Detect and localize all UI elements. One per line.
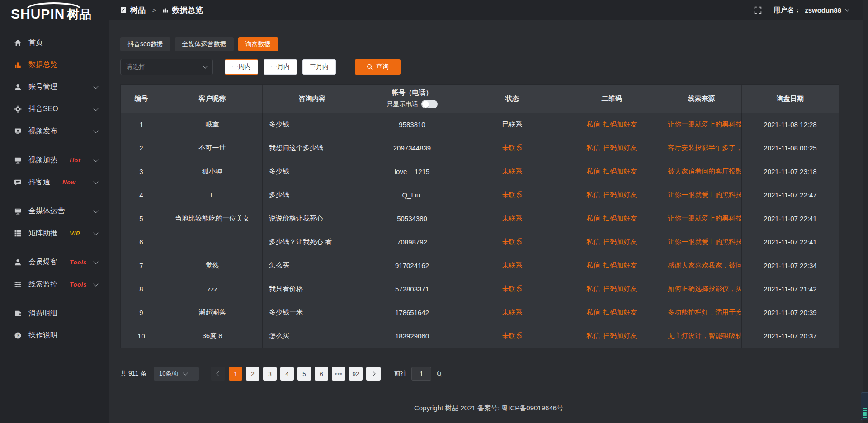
page-button[interactable]: •••	[332, 367, 345, 381]
phone-only-toggle[interactable]	[421, 100, 438, 108]
footer: Copyright 树品 2021 备案号: 粤ICP备09019646号	[109, 393, 868, 423]
sidebar-item-matrix-boost[interactable]: 矩阵助推 VIP	[0, 222, 109, 244]
scan-add-friend-link[interactable]: 扫码加好友	[603, 238, 637, 246]
table-row: 3 狐小狸 多少钱 love__1215 未联系 私信 扫码加好友 被大家追着问…	[121, 160, 839, 183]
sidebar-item-douketong[interactable]: 抖客通 New	[0, 171, 109, 193]
breadcrumb-root[interactable]: 树品	[130, 5, 146, 15]
page-button[interactable]: 3	[263, 367, 277, 381]
scrollbar-track[interactable]	[863, 0, 868, 423]
cell-source: 无主灯设计，智能磁吸轨道灯...	[661, 324, 742, 348]
cell-account: 9583810	[362, 113, 462, 136]
fullscreen-icon[interactable]	[754, 6, 762, 14]
range-month-button[interactable]: 一月内	[264, 59, 297, 75]
range-quarter-button[interactable]: 三月内	[302, 59, 336, 75]
lead-source-link[interactable]: 客厅安装投影半年多了，真实...	[668, 144, 742, 152]
sidebar-item-home[interactable]: 首页	[0, 32, 109, 54]
prev-page-button[interactable]	[211, 367, 225, 381]
cell-no: 7	[121, 254, 162, 277]
private-message-link[interactable]: 私信	[586, 167, 600, 176]
cell-date: 2021-11-07 22:41	[742, 207, 839, 230]
tab-omnimedia-operation-data[interactable]: 全媒体运营数据	[175, 37, 234, 51]
page-button[interactable]: 4	[280, 367, 294, 381]
lead-source-link[interactable]: 多功能护栏灯，适用于乡村文...	[668, 308, 742, 317]
status-badge: 未联系	[502, 191, 523, 199]
page-size-select[interactable]: 10条/页	[154, 367, 199, 381]
scan-add-friend-link[interactable]: 扫码加好友	[603, 261, 637, 270]
lead-source-link[interactable]: 让你一眼就爱上的黑科技，能...	[668, 191, 742, 199]
brand-logo: SHUPIN树品	[0, 0, 109, 26]
sidebar-item-member-burst[interactable]: 会员爆客 Tools	[0, 251, 109, 273]
page-button[interactable]: 5	[297, 367, 311, 381]
status-badge: 未联系	[502, 308, 523, 317]
sidebar-item-label: 会员爆客	[28, 258, 57, 267]
sidebar-item-account-management[interactable]: 账号管理	[0, 76, 109, 98]
cell-nickname: 潮起潮落	[162, 301, 263, 324]
goto-page-input[interactable]	[411, 367, 431, 381]
scan-add-friend-link[interactable]: 扫码加好友	[603, 191, 637, 199]
breadcrumb: 树品 > 数据总览	[120, 5, 203, 15]
scan-add-friend-link[interactable]: 扫码加好友	[603, 167, 637, 176]
cell-no: 8	[121, 277, 162, 301]
private-message-link[interactable]: 私信	[586, 214, 600, 223]
lead-source-link[interactable]: 让你一眼就爱上的黑科技，能...	[668, 214, 742, 223]
video-upload-icon	[14, 127, 22, 136]
cell-no: 2	[121, 136, 162, 160]
private-message-link[interactable]: 私信	[586, 238, 600, 246]
page-button[interactable]: 92	[349, 367, 363, 381]
range-week-button[interactable]: 一周内	[225, 59, 258, 75]
phone-only-label: 只显示电话	[387, 100, 418, 108]
cell-status: 未联系	[462, 324, 562, 348]
chevron-down-icon	[93, 230, 98, 235]
scan-add-friend-link[interactable]: 扫码加好友	[603, 214, 637, 223]
sidebar-item-douyin-seo[interactable]: 抖音SEO	[0, 98, 109, 120]
sidebar-item-spending-detail[interactable]: 消费明细	[0, 302, 109, 324]
lead-source-link[interactable]: 被大家追着问的客厅投影分享...	[668, 167, 742, 176]
menu-divider	[8, 197, 106, 197]
private-message-link[interactable]: 私信	[586, 308, 600, 317]
scan-add-friend-link[interactable]: 扫码加好友	[603, 332, 637, 340]
private-message-link[interactable]: 私信	[586, 144, 600, 152]
tab-inquiry-data[interactable]: 询盘数据	[238, 37, 278, 51]
private-message-link[interactable]: 私信	[586, 191, 600, 199]
page-button[interactable]: 2	[246, 367, 259, 381]
lead-source-link[interactable]: 无主灯设计，智能磁吸轨道灯...	[668, 332, 742, 340]
lead-source-link[interactable]: 让你一眼就爱上的黑科技，能...	[668, 120, 742, 129]
lead-source-link[interactable]: 如何正确选择投影仪，买投影...	[668, 285, 742, 293]
sidebar-item-omnimedia-operation[interactable]: 全媒体运营	[0, 200, 109, 222]
cell-status: 未联系	[462, 207, 562, 230]
sidebar-item-lead-monitor[interactable]: 线索监控 Tools	[0, 273, 109, 296]
cell-nickname: 当地比较能吃的一位美女	[162, 207, 263, 230]
scan-add-friend-link[interactable]: 扫码加好友	[603, 308, 637, 317]
sidebar-item-data-overview[interactable]: 数据总览	[0, 54, 109, 76]
search-button[interactable]: 查询	[355, 59, 401, 75]
tab-douyin-seo-data[interactable]: 抖音seo数据	[120, 37, 170, 51]
scan-add-friend-link[interactable]: 扫码加好友	[603, 285, 637, 293]
next-page-button[interactable]	[366, 367, 381, 381]
user-menu[interactable]: 用户名：zswodun88	[774, 6, 849, 14]
chevron-down-icon	[93, 259, 98, 264]
cell-qr: 私信 扫码加好友	[562, 301, 661, 324]
cell-status: 未联系	[462, 136, 562, 160]
scan-add-friend-link[interactable]: 扫码加好友	[603, 144, 637, 152]
sidebar-item-instructions[interactable]: ? 操作说明	[0, 324, 109, 347]
lead-source-link[interactable]: 感谢大家喜欢我家，被问了好...	[668, 261, 742, 270]
scan-add-friend-link[interactable]: 扫码加好友	[603, 120, 637, 129]
cell-content: 怎么买	[263, 324, 362, 348]
page-button[interactable]: 6	[315, 367, 328, 381]
account-select[interactable]: 请选择	[120, 59, 213, 75]
sidebar-item-video-heat[interactable]: 视频加热 Hot	[0, 149, 109, 171]
sidebar-item-video-publish[interactable]: 视频发布	[0, 120, 109, 142]
lead-source-link[interactable]: 让你一眼就爱上的黑科技，能...	[668, 238, 742, 246]
private-message-link[interactable]: 私信	[586, 285, 600, 293]
sidebar-item-label: 操作说明	[28, 331, 57, 340]
page-button[interactable]: 1	[229, 367, 242, 381]
private-message-link[interactable]: 私信	[586, 261, 600, 270]
cell-nickname: L	[162, 183, 263, 207]
goto-label: 前往	[394, 370, 407, 378]
private-message-link[interactable]: 私信	[586, 332, 600, 340]
cell-status: 未联系	[462, 160, 562, 183]
svg-text:?: ?	[16, 333, 19, 338]
screen-icon	[14, 207, 22, 216]
private-message-link[interactable]: 私信	[586, 120, 600, 129]
header-account: 帐号（电话） 只显示电话	[362, 85, 462, 113]
